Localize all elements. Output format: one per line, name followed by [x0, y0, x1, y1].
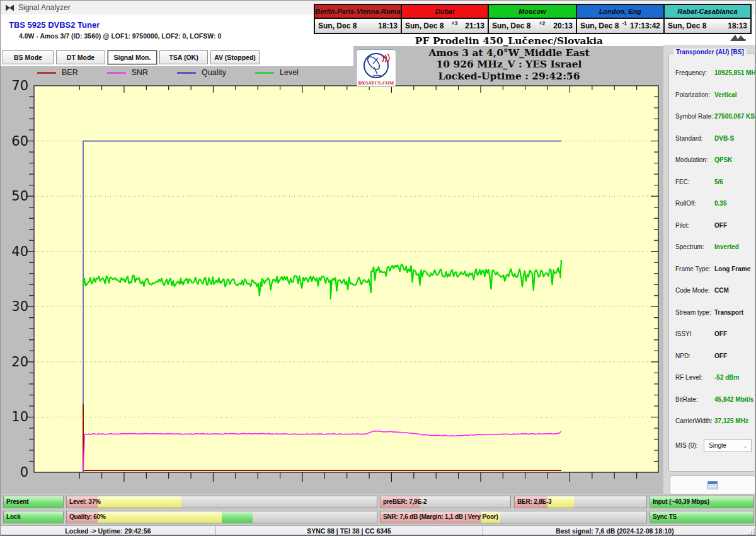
clock-utc-offset: +2 — [539, 20, 545, 26]
transponder-row-frequency-: Frequency:10925,851 MHz — [675, 69, 753, 78]
transponder-row-spectrum-: Spectrum:Inverted — [675, 243, 753, 252]
transponder-row-label: Standard: — [675, 135, 702, 142]
transponder-row-stream-type-: Stream type:Transport — [675, 309, 753, 317]
transponder-row-value: QPSK — [714, 156, 732, 163]
legend-swatch — [255, 72, 274, 74]
transponder-row-label: Polarization: — [675, 91, 710, 98]
clock-time-value: 21:13 — [465, 21, 484, 30]
meter-present: Present — [3, 496, 64, 508]
transponder-row-frame-type-: Frame Type:Long Frame — [675, 265, 753, 274]
clock-date-time: Sun, Dec 8+321:13 — [402, 19, 488, 33]
y-axis-label: 50 — [11, 189, 28, 204]
transponder-row-value: OFF — [714, 330, 727, 337]
transponder-row-label: Symbol Rate: — [675, 113, 713, 120]
y-axis-label: 70 — [11, 78, 28, 93]
clock-column-0: Berlin-Paris-Vienna-RomaSun, Dec 818:13 — [315, 5, 401, 33]
transponder-row-label: BitRate: — [675, 396, 698, 403]
transponder-row-fec-: FEC:5/6 — [675, 178, 753, 187]
transponder-row-label: CarrierWidth: — [675, 417, 713, 424]
transponder-row-value: 45,842 Mbit/s — [714, 396, 753, 403]
meter-input: Input (~40,39 Mbps) — [650, 496, 754, 508]
meter-segment-yellow — [98, 511, 222, 523]
meter-label: Quality: 60% — [69, 511, 106, 523]
transponder-row-value: 27500,067 KS/s — [714, 113, 756, 120]
meter-label: Sync TS — [653, 511, 677, 523]
dxsatcs-watermark — [729, 33, 748, 45]
chart-legend: BERSNRQualityLevel — [37, 68, 299, 77]
header-line-2: Amos 3 at 4,0°W_Middle East — [386, 47, 632, 59]
clock-city-label: Moscow — [489, 5, 576, 18]
legend-item-snr: SNR — [107, 68, 148, 77]
meter-label: BER: 2,8E-3 — [517, 496, 552, 508]
toolbar-button-bs-mode[interactable]: BS Mode — [3, 50, 54, 64]
header-line-3: 10 926 MHz_V : YES Israel — [386, 59, 632, 71]
toolbar-button-tsa-ok-[interactable]: TSA (OK) — [159, 50, 208, 64]
meter-ber: BER: 2,8E-3 — [514, 496, 647, 508]
clock-column-3: London, EngSun, Dec 8-117:13:42 — [577, 5, 663, 33]
y-axis-label: 20 — [11, 354, 28, 370]
meter-quality: Quality: 60% — [66, 511, 377, 523]
dxsatcs-logo: DXSATCS.COM — [356, 49, 396, 87]
meter-label: Level: 37% — [69, 496, 101, 508]
y-axis-label: 10 — [11, 409, 28, 424]
transponder-row-label: Modulation: — [675, 156, 708, 163]
clock-time-value: 18:13 — [728, 21, 747, 30]
transponder-row-label: FEC: — [675, 178, 690, 185]
toolbar-button-av-stopped-[interactable]: AV (Stopped) — [210, 50, 260, 64]
header-line-4: Locked-Uptime : 29:42:56 — [386, 71, 632, 83]
transponder-row-label: RollOff: — [675, 200, 696, 207]
statusbar-sync-counters: SYNC 88 | TEI 38 | CC 6345 — [215, 526, 483, 535]
clock-column-4: Rabat-CasablancaSun, Dec 818:13 — [665, 5, 750, 33]
transponder-groupbox: Transponder (AU) [BS] MIS (0): Single ⌄ … — [668, 53, 755, 472]
meter-segment-green — [222, 511, 253, 523]
toolbar-button-dt-mode[interactable]: DT Mode — [56, 50, 105, 64]
tuner-name: TBS 5925 DVBS2 Tuner — [9, 20, 100, 30]
logo-text: DXSATCS.COM — [357, 81, 396, 86]
transponder-row-value: Long Frame — [714, 265, 750, 272]
meter-label: Lock — [6, 511, 21, 523]
clock-city-label: Dubai — [402, 5, 488, 18]
legend-item-ber: BER — [37, 68, 78, 77]
clock-date-time: Sun, Dec 818:13 — [315, 19, 401, 33]
meter-sync: Sync TS — [650, 511, 754, 523]
transponder-row-bitrate-: BitRate:45,842 Mbit/s — [675, 396, 753, 404]
legend-label: SNR — [132, 68, 148, 77]
mis-value: Single — [709, 442, 726, 449]
transponder-row-standard-: Standard:DVB-S — [675, 135, 753, 143]
transponder-row-label: Frequency: — [675, 69, 707, 76]
header-line-1: PF Prodelin 450_Lučenec/Slovakia — [386, 35, 632, 47]
clock-date: Sun, Dec 8 — [492, 21, 530, 30]
clock-column-2: MoscowSun, Dec 8+220:13 — [489, 5, 576, 33]
transponder-row-label: Stream type: — [675, 309, 711, 316]
toolbar-button-signal-mon-[interactable]: Signal Mon. — [108, 50, 157, 64]
meter-lock: Lock — [3, 511, 64, 523]
transponder-row-value: 5/6 — [714, 178, 723, 185]
clock-date: Sun, Dec 8 — [668, 21, 706, 30]
meter-label: Present — [6, 496, 28, 508]
statusbar-divider — [215, 527, 216, 535]
clock-date: Sun, Dec 8 — [405, 21, 444, 30]
legend-swatch — [37, 72, 56, 74]
statusbar-best-signal: Best signal: 7,6 dB (2024-12-08 18:10) — [483, 526, 747, 535]
transponder-row-value: 10925,851 MHz — [714, 69, 756, 76]
world-clock-table: Berlin-Paris-Vienna-RomaSun, Dec 818:13D… — [314, 4, 752, 34]
clock-city-label: London, Eng — [577, 5, 663, 18]
transponder-row-value: Inverted — [714, 243, 739, 250]
site-header: PF Prodelin 450_Lučenec/Slovakia Amos 3 … — [386, 35, 632, 82]
mis-dropdown[interactable]: Single ⌄ — [704, 439, 752, 452]
transponder-row-value: Vertical — [714, 91, 737, 98]
transponder-row-symbol-rate-: Symbol Rate:27500,067 KS/s — [675, 113, 753, 121]
transponder-row-pilot-: Pilot:OFF — [675, 222, 753, 230]
chevron-down-icon: ⌄ — [743, 443, 748, 449]
transponder-row-label: ISSYI — [675, 330, 692, 337]
clock-date: Sun, Dec 8 — [580, 21, 619, 30]
transponder-row-value: -52 dBm — [714, 374, 739, 381]
clock-date-time: Sun, Dec 8+220:13 — [489, 19, 576, 33]
transponder-row-label: Spectrum: — [675, 243, 704, 250]
transponder-row-rolloff-: RollOff:0.35 — [675, 200, 753, 208]
list-icon — [707, 481, 718, 489]
transponder-list-button[interactable] — [670, 475, 755, 494]
y-axis-label: 30 — [11, 299, 28, 314]
clock-city-label: Berlin-Paris-Vienna-Roma — [315, 5, 401, 18]
transponder-row-value: Transport — [714, 309, 743, 316]
